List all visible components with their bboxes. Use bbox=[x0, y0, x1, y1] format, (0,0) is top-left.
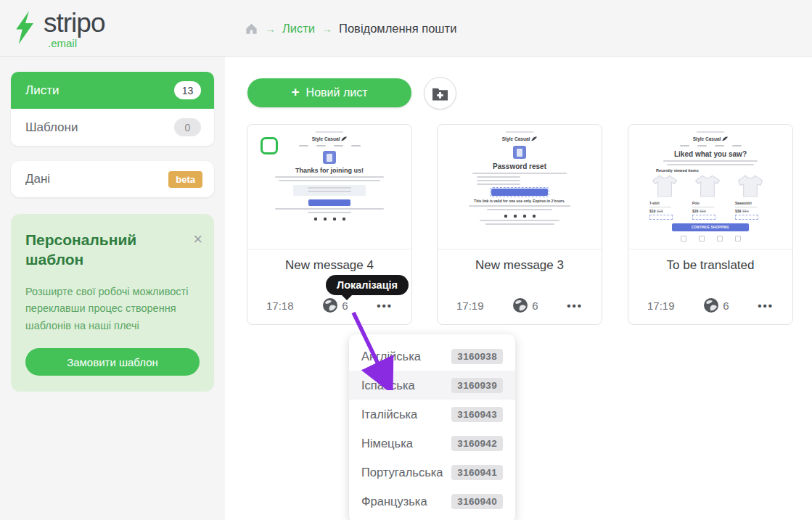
tooltip-pointer bbox=[341, 294, 353, 300]
text-placeholder bbox=[697, 131, 724, 133]
more-menu-icon[interactable]: ••• bbox=[377, 300, 393, 312]
social-icon bbox=[314, 218, 317, 220]
language-option[interactable]: Португальська 3160941 bbox=[349, 458, 515, 487]
buy-button bbox=[649, 215, 673, 220]
language-count: 6 bbox=[723, 300, 729, 312]
sidebar-item-letters[interactable]: Листи 13 bbox=[11, 72, 214, 109]
language-option[interactable]: Німецька 3160942 bbox=[349, 429, 515, 458]
tshirt-image bbox=[692, 174, 723, 198]
localization-tooltip: Локалізація bbox=[326, 275, 409, 295]
message-id-badge: 3160940 bbox=[451, 494, 503, 509]
card-time: 17:18 bbox=[266, 300, 294, 312]
message-id-badge: 3160942 bbox=[451, 436, 503, 451]
social-icon bbox=[343, 218, 345, 220]
sidebar: Листи 13 Шаблони 0 Дані beta × Персональ… bbox=[0, 57, 225, 520]
text-placeholder bbox=[485, 223, 554, 225]
more-menu-icon[interactable]: ••• bbox=[758, 300, 774, 312]
promo-card: × Персональний шаблон Розширте свої робо… bbox=[11, 214, 214, 392]
text-placeholder bbox=[316, 145, 326, 146]
product-name: Sweatshirt bbox=[735, 202, 771, 205]
email-notice: This link is valid for one use only. Exp… bbox=[446, 199, 593, 203]
email-preview: Style Casual Liked what you saw? Recentl… bbox=[628, 125, 792, 249]
email-card[interactable]: Style Casual Liked what you saw? Recentl… bbox=[628, 124, 793, 325]
sidebar-item-data[interactable]: Дані beta bbox=[11, 161, 214, 197]
product-price: $19$25 bbox=[649, 209, 686, 213]
email-card[interactable]: Style Casual Password reset This link is… bbox=[437, 124, 602, 325]
language-option[interactable]: Англійська 3160938 bbox=[349, 342, 515, 371]
email-mock: Style Casual Thanks for joining us! bbox=[256, 131, 403, 220]
social-icon bbox=[324, 218, 327, 220]
card-footer: 17:19 6 ••• bbox=[438, 297, 602, 313]
stripo-logo[interactable]: stripo .email bbox=[13, 9, 104, 49]
message-id-badge: 3160941 bbox=[451, 465, 503, 480]
text-placeholder bbox=[692, 207, 714, 208]
language-option[interactable]: Італійська 3160943 bbox=[349, 400, 515, 429]
order-template-button[interactable]: Замовити шаблон bbox=[25, 348, 200, 376]
bird-icon bbox=[531, 136, 537, 141]
text-placeholder bbox=[308, 187, 351, 189]
text-placeholder bbox=[334, 145, 343, 146]
card-title: New message 4 bbox=[247, 258, 411, 273]
home-icon[interactable] bbox=[245, 22, 258, 36]
product-item: T-shirt $19$25 bbox=[649, 174, 686, 220]
text-placeholder bbox=[477, 183, 520, 185]
globe-icon bbox=[512, 297, 528, 313]
social-icon bbox=[523, 215, 526, 218]
text-placeholder bbox=[715, 145, 724, 146]
beta-badge: beta bbox=[168, 171, 202, 188]
promo-body: Розширте свої робочі можливості переклав… bbox=[25, 284, 200, 334]
email-blue-icon bbox=[513, 146, 526, 159]
social-icons-row bbox=[256, 218, 403, 220]
count-badge: 13 bbox=[174, 81, 201, 99]
text-placeholder bbox=[472, 173, 567, 174]
new-folder-button[interactable] bbox=[424, 77, 456, 110]
product-row: T-shirt $19$25 Polo $29$38 bbox=[637, 174, 784, 220]
text-placeholder bbox=[663, 160, 758, 162]
breadcrumb-link-letters[interactable]: Листи bbox=[282, 22, 315, 36]
bird-icon bbox=[722, 136, 728, 141]
language-option[interactable]: Французька 3160940 bbox=[349, 487, 515, 516]
breadcrumb: → Листи → Повідомлення пошти bbox=[245, 0, 456, 57]
email-brand: Style Casual bbox=[256, 136, 403, 141]
localization-button[interactable]: 6 bbox=[703, 297, 729, 313]
email-button: CONTINUE SHOPPING bbox=[672, 223, 749, 231]
text-placeholder bbox=[299, 145, 308, 146]
language-count: 6 bbox=[532, 300, 538, 312]
new-letter-button[interactable]: + Новий лист bbox=[247, 78, 411, 107]
product-price: $39$50 bbox=[735, 209, 771, 213]
globe-icon bbox=[322, 297, 338, 313]
localization-button[interactable]: 6 bbox=[512, 297, 538, 313]
text-placeholder bbox=[308, 191, 351, 192]
new-letter-label: Новий лист bbox=[306, 86, 368, 99]
bird-icon bbox=[341, 136, 347, 141]
more-menu-icon[interactable]: ••• bbox=[567, 300, 583, 312]
text-placeholder bbox=[308, 212, 351, 213]
card-select-checkbox[interactable] bbox=[261, 137, 278, 154]
card-time: 17:19 bbox=[456, 300, 484, 312]
sidebar-item-label: Шаблони bbox=[25, 120, 78, 135]
breadcrumb-arrow-icon: → bbox=[321, 22, 332, 35]
text-placeholder bbox=[480, 220, 559, 221]
email-heading: Liked what you saw? bbox=[637, 150, 784, 158]
email-mock: Style Casual Password reset This link is… bbox=[446, 131, 593, 225]
feature-icon bbox=[717, 236, 723, 242]
sidebar-item-templates[interactable]: Шаблони 0 bbox=[11, 109, 214, 146]
feature-icon bbox=[735, 236, 741, 242]
logo-text: stripo .email bbox=[44, 9, 104, 49]
email-button bbox=[491, 189, 548, 196]
text-placeholder bbox=[732, 145, 742, 146]
globe-icon bbox=[703, 297, 719, 313]
card-title: To be translated bbox=[628, 258, 792, 273]
breadcrumb-current: Повідомлення пошти bbox=[339, 22, 456, 36]
feature-icons-row bbox=[637, 236, 784, 242]
close-icon[interactable]: × bbox=[193, 231, 202, 247]
email-heading: Thanks for joining us! bbox=[256, 167, 403, 174]
logo-brand: stripo bbox=[44, 9, 104, 36]
email-nav-placeholder bbox=[256, 145, 403, 146]
card-footer: 17:19 6 ••• bbox=[628, 297, 792, 313]
text-placeholder bbox=[649, 207, 671, 208]
language-option[interactable]: Іспанська 3160939 bbox=[349, 371, 515, 400]
text-placeholder bbox=[667, 164, 754, 165]
language-count: 6 bbox=[342, 300, 348, 312]
sidebar-nav: Листи 13 Шаблони 0 bbox=[11, 72, 214, 146]
